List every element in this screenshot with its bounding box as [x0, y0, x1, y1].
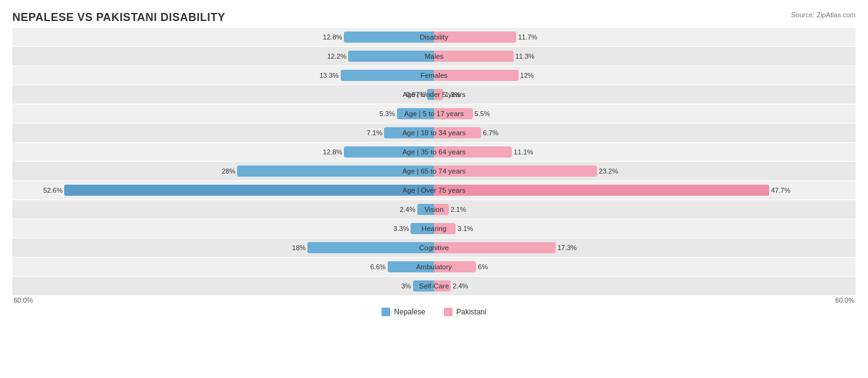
left-section: 12.8% [12, 143, 434, 161]
axis-labels: 60.0% 60.0% [12, 296, 856, 304]
value-right: 2.1% [449, 206, 466, 213]
legend-nepalese: Nepalese [382, 308, 425, 316]
left-section: 2.4% [12, 200, 434, 219]
bar-pink [434, 146, 512, 158]
value-right: 11.1% [512, 148, 533, 156]
left-section: 52.6% [12, 181, 434, 200]
left-section: 28% [12, 162, 434, 180]
right-section: 3.1% [434, 219, 856, 238]
right-section: 1.3% [434, 85, 856, 104]
value-left: 13.3% [319, 72, 340, 79]
bar-row: 28%23.2%Age | 65 to 74 years [12, 162, 856, 180]
value-right: 6.7% [481, 129, 498, 136]
page-container: NEPALESE VS PAKISTANI DISABILITY Source:… [0, 0, 868, 378]
bar-pink [434, 166, 597, 177]
bar-pink [434, 280, 451, 292]
bar-blue [427, 89, 434, 100]
legend-pakistani-label: Pakistani [456, 308, 486, 316]
bar-pink [434, 127, 481, 138]
bar-blue [64, 185, 434, 196]
value-left: 12.8% [323, 33, 344, 41]
value-right: 1.3% [443, 91, 461, 98]
right-section: 23.2% [434, 162, 856, 180]
value-right: 11.7% [516, 33, 537, 41]
right-section: 47.7% [434, 181, 856, 200]
right-section: 11.7% [434, 28, 856, 46]
value-left: 6.6% [370, 263, 388, 271]
bar-pink [434, 242, 556, 253]
legend-pakistani-box [444, 308, 453, 316]
source-label: Source: ZipAtlas.com [791, 11, 856, 19]
legend: Nepalese Pakistani [12, 308, 856, 316]
value-right: 3.1% [456, 225, 473, 232]
bar-pink [434, 223, 456, 234]
left-section: 7.1% [12, 124, 434, 142]
bar-row: 7.1%6.7%Age | 18 to 34 years [12, 124, 856, 142]
bar-row: 12.8%11.1%Age | 35 to 64 years [12, 143, 856, 161]
bar-pink [434, 51, 514, 62]
bar-pink [434, 108, 473, 119]
bar-row: 0.97%1.3%Age | Under 5 years [12, 85, 856, 104]
value-right: 2.4% [451, 282, 468, 290]
bar-blue [397, 108, 434, 119]
bar-blue [388, 261, 434, 272]
left-section: 0.97% [12, 85, 434, 104]
page-title: NEPALESE VS PAKISTANI DISABILITY [12, 11, 856, 24]
axis-left: 60.0% [14, 296, 33, 304]
left-section: 6.6% [12, 258, 434, 276]
chart-area: 12.8%11.7%Disability12.2%11.3%Males13.3%… [12, 28, 856, 295]
axis-right: 60.0% [835, 296, 854, 304]
legend-nepalese-box [382, 308, 390, 316]
left-section: 12.8% [12, 28, 434, 46]
value-left: 7.1% [367, 129, 384, 136]
right-section: 6% [434, 258, 856, 276]
value-right: 23.2% [597, 167, 618, 175]
value-left: 5.3% [380, 110, 397, 117]
bar-row: 3.3%3.1%Hearing [12, 219, 856, 238]
right-section: 2.4% [434, 277, 856, 295]
bar-pink [434, 89, 443, 100]
right-section: 11.3% [434, 47, 856, 65]
bar-row: 6.6%6%Ambulatory [12, 258, 856, 276]
left-section: 13.3% [12, 66, 434, 85]
bar-row: 2.4%2.1%Vision [12, 200, 856, 219]
left-section: 3% [12, 277, 434, 295]
value-left: 12.2% [327, 52, 348, 60]
right-section: 12% [434, 66, 856, 85]
value-right: 47.7% [769, 187, 790, 194]
bar-blue [344, 146, 434, 158]
left-section: 5.3% [12, 104, 434, 123]
bar-pink [434, 70, 519, 81]
value-left: 18% [292, 244, 307, 251]
right-section: 11.1% [434, 143, 856, 161]
left-section: 18% [12, 238, 434, 257]
bar-blue [237, 166, 434, 177]
bar-row: 3%2.4%Self-Care [12, 277, 856, 295]
bar-row: 12.8%11.7%Disability [12, 28, 856, 46]
bar-row: 5.3%5.5%Age | 5 to 17 years [12, 104, 856, 123]
right-section: 5.5% [434, 104, 856, 123]
bar-pink [434, 32, 516, 43]
bar-blue [411, 223, 434, 234]
bar-blue [384, 127, 434, 138]
value-left: 3% [401, 282, 413, 290]
bar-blue [413, 280, 434, 292]
value-left: 3.3% [393, 225, 411, 232]
bar-row: 52.6%47.7%Age | Over 75 years [12, 181, 856, 200]
legend-pakistani: Pakistani [444, 308, 486, 316]
bar-pink [434, 204, 449, 215]
left-section: 12.2% [12, 47, 434, 65]
bar-pink [434, 185, 769, 196]
value-left: 0.97% [406, 91, 427, 98]
left-section: 3.3% [12, 219, 434, 238]
bar-blue [307, 242, 434, 253]
value-left: 2.4% [400, 206, 417, 213]
bar-blue [348, 51, 434, 62]
value-right: 11.3% [514, 52, 535, 60]
value-right: 5.5% [473, 110, 490, 117]
bar-row: 13.3%12%Females [12, 66, 856, 85]
value-left: 12.8% [323, 148, 344, 156]
bar-blue [344, 32, 434, 43]
bar-blue [417, 204, 434, 215]
right-section: 2.1% [434, 200, 856, 219]
